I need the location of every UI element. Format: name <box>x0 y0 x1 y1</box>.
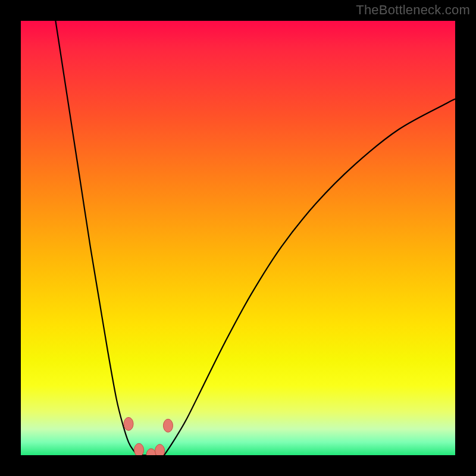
watermark-text: TheBottleneck.com <box>356 2 470 18</box>
highlight-marker <box>155 444 165 455</box>
highlight-marker <box>134 443 144 455</box>
curve-path <box>55 21 455 455</box>
highlight-marker <box>124 417 133 430</box>
bottleneck-curve <box>21 21 455 455</box>
highlight-marker <box>146 449 156 455</box>
chart-frame: TheBottleneck.com <box>0 0 476 476</box>
plot-area <box>21 21 455 455</box>
highlight-marker <box>163 419 173 432</box>
marker-group <box>124 417 173 455</box>
